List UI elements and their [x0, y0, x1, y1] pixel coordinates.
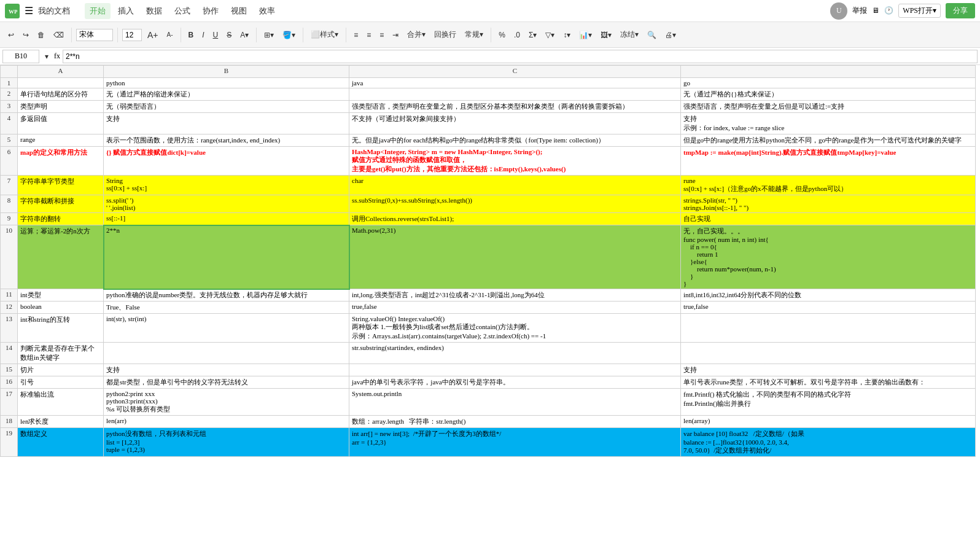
cell-b11[interactable]: python准确的说是number类型。支持无线位数，机器内存足够大就行 — [104, 289, 349, 302]
sum-button[interactable]: Σ▾ — [526, 29, 540, 41]
cell-a17[interactable]: 标准输出流 — [18, 389, 104, 416]
italic-button[interactable]: I — [199, 29, 207, 41]
menu-view[interactable]: 视图 — [226, 3, 252, 19]
col-header-c[interactable]: C — [349, 66, 681, 78]
align-center-button[interactable]: ≡ — [364, 29, 374, 41]
cell-a18[interactable]: len求长度 — [18, 416, 104, 428]
cell-c6[interactable]: HashMap<Integer, String> m = new HashMap… — [349, 147, 681, 176]
chart-button[interactable]: 📊▾ — [576, 29, 595, 41]
decimal-up-button[interactable]: .0 — [511, 29, 523, 41]
cell-d5[interactable]: 但是go中的range使用方法和python完全不同，go中的range是作为一… — [681, 134, 976, 147]
cell-d6[interactable]: tmpMap := make(map[int]String).赋值方式直接赋值t… — [681, 147, 976, 176]
align-right-button[interactable]: ≡ — [376, 29, 387, 41]
cell-b3[interactable]: 无（弱类型语言） — [104, 101, 349, 113]
redo-button[interactable]: ↪ — [20, 29, 32, 41]
cell-b4[interactable]: 支持 — [104, 113, 349, 134]
cell-c8[interactable]: ss.subString(0,x)+ss.subString(x,ss.leng… — [349, 195, 681, 213]
cell-a4[interactable]: 多返回值 — [18, 113, 104, 134]
col-header-d[interactable] — [681, 66, 976, 78]
font-decrease-button[interactable]: A- — [164, 29, 176, 40]
cell-c19[interactable]: int arr[] = new int[3]; /*开辟了一个长度为3的数组*/… — [349, 428, 681, 457]
cell-b10[interactable]: 2**n — [104, 225, 349, 289]
cell-c13[interactable]: String.valueOf() Integer.valueOf() 两种版本 … — [349, 314, 681, 343]
expand-formula-button[interactable]: ▾ — [42, 50, 52, 63]
col-header-b[interactable]: B — [104, 66, 349, 78]
cell-b15[interactable]: 支持 — [104, 364, 349, 376]
cell-d15[interactable]: 支持 — [681, 364, 976, 376]
cell-a5[interactable]: range — [18, 134, 104, 147]
menu-start[interactable]: 开始 — [85, 3, 111, 19]
cell-b18[interactable]: len(arr) — [104, 416, 349, 428]
cell-c10[interactable]: Math.pow(2,31) — [349, 225, 681, 289]
cell-b7[interactable]: String ss[0:x] + ss[x:] — [104, 176, 349, 195]
cell-d12[interactable]: true,false — [681, 302, 976, 314]
cell-b6[interactable]: {} 赋值方式直接赋值dict[k]=value — [104, 147, 349, 176]
cell-d17[interactable]: fmt.Printf() 格式化输出，不同的类型有不同的格式化字符 fmt.Pr… — [681, 389, 976, 416]
cell-a8[interactable]: 字符串截断和拼接 — [18, 195, 104, 213]
cell-b8[interactable]: ss.split(' ') ' '.join(list) — [104, 195, 349, 213]
undo-button[interactable]: ↩ — [5, 29, 17, 41]
cell-a3[interactable]: 类型声明 — [18, 101, 104, 113]
report-btn[interactable]: 举报 — [852, 6, 867, 16]
cell-d3[interactable]: 强类型语言，类型声明在变量之后但是可以通过:=支持 — [681, 101, 976, 113]
cell-d18[interactable]: len(array) — [681, 416, 976, 428]
cell-c16[interactable]: java中的单引号表示字符，java中的双引号是字符串。 — [349, 376, 681, 389]
cell-c5[interactable]: 无。但是java中的for each结构和go中的range结构非常类似（for… — [349, 134, 681, 147]
cell-c17[interactable]: System.out.println — [349, 389, 681, 416]
fill-color-button[interactable]: 🪣▾ — [279, 29, 298, 41]
cell-c3[interactable]: 强类型语言，类型声明在变量之前，且类型区分基本类型和对象类型（两者的转换需要拆箱… — [349, 101, 681, 113]
cell-b12[interactable]: True、False — [104, 302, 349, 314]
cell-c14[interactable]: str.substring(startindex, endindex) — [349, 343, 681, 364]
cell-d4[interactable]: 支持 示例：for index, value := range slice — [681, 113, 976, 134]
menu-formula[interactable]: 公式 — [169, 3, 195, 19]
cell-d7[interactable]: rune ss[0:x] + ss[x:]（注意go的x不能越界，但是pytho… — [681, 176, 976, 195]
cell-c4[interactable]: 不支持（可通过封装对象间接支持） — [349, 113, 681, 134]
cell-a19[interactable]: 数组定义 — [18, 428, 104, 457]
menu-collab[interactable]: 协作 — [198, 3, 224, 19]
freeze-button[interactable]: 冻结▾ — [617, 28, 642, 42]
strikethrough-button[interactable]: S — [224, 29, 235, 41]
bold-button[interactable]: B — [185, 29, 197, 41]
search-button[interactable]: 🔍 — [644, 29, 659, 41]
wps-open-btn[interactable]: WPS打开▾ — [898, 4, 941, 18]
cell-a11[interactable]: int类型 — [18, 289, 104, 302]
cell-c18[interactable]: 数组：array.length 字符串：str.length() — [349, 416, 681, 428]
format-button[interactable]: ⬜样式▾ — [308, 28, 341, 42]
cell-d13[interactable] — [681, 314, 976, 343]
cell-b19[interactable]: python没有数组，只有列表和元组 list = [1,2,3] tuple … — [104, 428, 349, 457]
cell-b5[interactable]: 表示一个范围函数，使用方法：range(start,index, end_ind… — [104, 134, 349, 147]
cell-a13[interactable]: int和string的互转 — [18, 314, 104, 343]
cell-d8[interactable]: strings.Split(str, " ") strings.Join(ss[… — [681, 195, 976, 213]
eraser-button[interactable]: ⌫ — [50, 29, 67, 41]
cell-c12[interactable]: true,false — [349, 302, 681, 314]
cell-d16[interactable]: 单引号表示rune类型，不可转义不可解析。双引号是字符串，主要的输出函数有： — [681, 376, 976, 389]
cell-b16[interactable]: 都是str类型，但是单引号中的转义字符无法转义 — [104, 376, 349, 389]
cell-d11[interactable]: int8,int16,int32,int64分别代表不同的位数 — [681, 289, 976, 302]
formula-input[interactable] — [63, 50, 978, 63]
time-btn[interactable]: 🕐 — [884, 6, 893, 15]
cell-d14[interactable] — [681, 343, 976, 364]
font-name-input[interactable] — [76, 29, 113, 41]
col-header-a[interactable]: A — [18, 66, 104, 78]
sort-button[interactable]: ↕▾ — [560, 29, 574, 41]
border-button[interactable]: ⊞▾ — [261, 29, 277, 41]
hamburger-icon[interactable]: ☰ — [25, 5, 33, 17]
cell-b17[interactable]: python2:print xxx python3:print(xxx) %s … — [104, 389, 349, 416]
cell-a2[interactable]: 单行语句结尾的区分符 — [18, 88, 104, 101]
cell-c15[interactable] — [349, 364, 681, 376]
cell-d2[interactable]: 无（通过严格的{}格式来保证） — [681, 88, 976, 101]
cell-c11[interactable]: int,long.强类型语言，int超过2^31位或者-2^31-1则溢出,lo… — [349, 289, 681, 302]
indent-button[interactable]: ⇥ — [389, 29, 402, 41]
font-increase-button[interactable]: A+ — [144, 28, 161, 42]
conditional-format-button[interactable]: % — [496, 29, 508, 41]
user-avatar[interactable]: U — [830, 2, 847, 20]
number-format-button[interactable]: 常规▾ — [462, 28, 486, 42]
filter-button[interactable]: ▽▾ — [542, 29, 558, 41]
cell-b9[interactable]: ss[::-1] — [104, 213, 349, 225]
cell-a16[interactable]: 引号 — [18, 376, 104, 389]
cell-a7[interactable]: 字符串单字节类型 — [18, 176, 104, 195]
cell-c1[interactable]: java — [349, 78, 681, 88]
menu-data[interactable]: 数据 — [141, 3, 167, 19]
screen-btn[interactable]: 🖥 — [872, 6, 879, 15]
menu-effect[interactable]: 效率 — [254, 3, 280, 19]
